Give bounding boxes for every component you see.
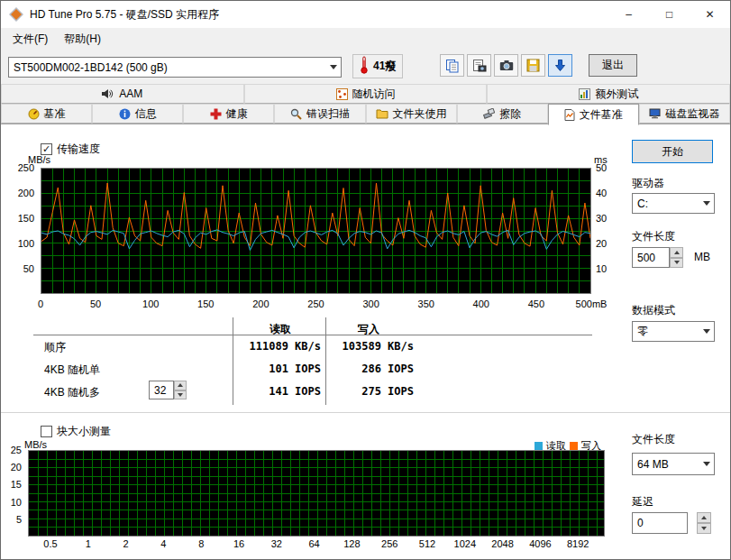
tab-info[interactable]: 信息 [92,104,183,124]
x-axis-tick-2: 0.5 [43,538,57,549]
app-icon [9,7,23,22]
drive-selector-value: ST500DM002-1BD142 (500 gB) [9,61,325,74]
data-mode-combobox[interactable]: 零 [632,321,715,342]
spin-up-button[interactable] [697,512,711,523]
menu-file[interactable]: 文件(F) [5,29,56,50]
y-axis-left-tick: 250 [18,162,34,173]
file-length2-combobox[interactable]: 64 MB [632,453,715,475]
delay-input[interactable]: 0 [632,512,688,534]
menubar: 文件(F)帮助(H) [1,28,730,50]
y-axis-right-tick: 20 [596,238,607,249]
delay-label: 延迟 [632,494,653,510]
x-axis-ticks: 050100150200250300350400450500mB [41,298,591,311]
x-axis-tick-2: 32 [271,538,282,549]
x-axis-ticks-2: 0.512481632641282565121024204840968192 [28,538,609,551]
tab-label: 健康 [226,106,248,122]
chevron-down-icon[interactable] [325,58,341,77]
file-length-spinner[interactable]: 500 [632,247,683,268]
chevron-down-icon[interactable] [699,454,714,474]
x-axis-tick-2: 8192 [567,538,589,549]
save-icon [526,59,540,72]
spin-up-button[interactable] [174,381,187,390]
erase-icon [483,108,495,119]
tab-label: 基准 [44,106,66,122]
tab-label: 文件夹使用 [393,106,447,122]
queue-depth-spinner[interactable]: 32 [149,381,187,399]
disk-monitor-icon [649,108,661,119]
toolbar-buttons [440,54,572,77]
spin-down-button[interactable] [670,258,683,269]
tab-label: 文件基准 [580,107,623,123]
tab-extra-tests[interactable]: 额外测试 [487,84,730,104]
tab-benchmark[interactable]: 基准 [1,104,92,124]
drive-combobox[interactable]: C: [632,193,715,214]
chevron-down-icon[interactable] [699,194,714,213]
y-axis-right-tick: 40 [596,188,607,198]
chevron-down-icon[interactable] [699,322,714,341]
maximize-button[interactable]: □ [649,1,690,28]
screenshot-button[interactable] [467,54,491,77]
x-axis-tick: 0 [38,298,43,309]
block-size-checkbox[interactable]: 块大小测量 [41,424,111,439]
menu-help[interactable]: 帮助(H) [56,29,109,50]
spin-down-button[interactable] [697,523,711,534]
tab-error-scan[interactable]: 错误扫描 [274,104,365,124]
random-access-icon [336,88,348,100]
transfer-speed-label: 传输速度 [57,142,100,157]
table-header-divider [33,335,592,335]
x-axis-tick-2: 4096 [529,538,551,549]
spin-up-button[interactable] [670,247,683,258]
temperature-panel: 41癈 [352,54,403,78]
copy-icon [445,59,460,73]
y-axis-right-tick: 50 [596,162,607,173]
thermometer-icon [360,56,369,77]
camera-icon [499,60,514,71]
tab-folder-usage[interactable]: 文件夹使用 [366,104,457,124]
x-axis-tick: 350 [418,298,434,309]
file-length-label: 文件长度 [632,229,675,244]
x-axis-tick-2: 128 [343,538,360,549]
tab-aam[interactable]: AAM [1,84,244,104]
spin-down-button[interactable] [174,390,187,400]
random-multi-write-value: 275 IOPS [308,385,414,398]
drive-selector-combobox[interactable]: ST500DM002-1BD142 (500 gB) [8,57,342,78]
tab-label: 擦除 [499,106,521,122]
tab-row-2: 基准信息健康错误扫描文件夹使用擦除文件基准磁盘监视器 [1,104,730,124]
camera-button[interactable] [494,54,518,77]
x-axis-tick-2: 16 [233,538,244,549]
tab-random-access[interactable]: 随机访问 [244,84,488,104]
error-scan-icon [290,108,302,120]
speaker-icon [102,88,114,99]
y-axis-left-tick: 50 [23,263,34,274]
x-axis-tick-2: 2048 [491,538,513,549]
tab-disk-monitor[interactable]: 磁盘监视器 [639,104,730,124]
file-length-value[interactable]: 500 [632,247,670,268]
x-axis-tick: 500mB [576,298,608,309]
queue-depth-value[interactable]: 32 [149,381,174,399]
y-axis-right-ticks: 5040302010 [593,168,622,294]
y-axis-left-tick: 100 [18,238,34,249]
benchmark-icon [28,108,40,120]
x-axis-tick: 150 [197,298,214,309]
file-length2-label: 文件长度 [632,432,675,447]
download-button[interactable] [548,54,572,77]
copy-button[interactable] [440,54,464,77]
exit-button[interactable]: 退出 [589,54,637,77]
row-label-4kb-random-multi: 4KB 随机多 [44,385,100,400]
health-icon [210,108,222,120]
start-button[interactable]: 开始 [632,140,713,163]
tab-file-benchmark[interactable]: 文件基准 [548,104,639,125]
x-axis-tick-2: 1024 [454,538,476,549]
tab-erase[interactable]: 擦除 [457,104,548,124]
tab-label: 额外测试 [595,87,638,102]
checkbox-icon[interactable] [41,426,52,437]
save-button[interactable] [521,54,545,77]
close-button[interactable]: ✕ [690,1,730,28]
tab-health[interactable]: 健康 [183,104,274,124]
info-icon [119,108,131,120]
minimize-button[interactable]: – [608,1,649,28]
file-benchmark-icon [564,109,575,121]
row-label-4kb-random-single: 4KB 随机单 [44,363,100,378]
hdtune-window: HD Tune Pro 5.75 - 硬盘/SSD 实用程序 – □ ✕ 文件(… [0,0,731,560]
transfer-speed-chart [41,168,591,294]
